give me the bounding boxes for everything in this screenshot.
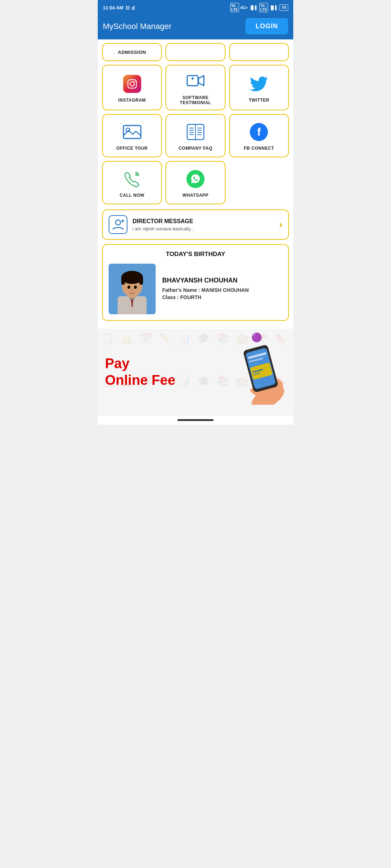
time-display: 11:04 AM [103,5,123,10]
svg-point-1 [130,82,134,86]
book-icon [186,124,205,140]
birthday-student-name: BHAVYANSH CHOUHAN [162,277,249,284]
signal-bars: ▐▌▌ [249,5,258,10]
grid-row-2: OFFICE TOUR COMPANY FAQ [102,114,289,157]
d-icon: d [132,5,135,11]
app-title: MySchool Manager [103,22,172,31]
battery-display: 79 [279,4,288,11]
instagram-button[interactable]: INSTAGRAM [102,65,162,110]
svg-point-31 [131,290,133,291]
svg-rect-3 [187,76,198,86]
signal-bars2: ▐▌▌ [269,5,278,10]
director-arrow: › [279,219,282,230]
whatsapp-icon [186,170,205,188]
home-indicator [177,419,214,421]
svg-point-18 [115,220,121,225]
app-header: MySchool Manager LOGIN [98,14,293,39]
whatsapp-label: WHATSAPP [182,193,209,198]
grid-row-1: INSTAGRAM SOFTWARE TESTIMONIAL TWITTER [102,65,289,110]
top-row: ADMISSION [102,43,289,61]
director-title: DIRECTOR MESSAGE [133,218,274,225]
twitter-icon-wrap [249,74,269,94]
svg-point-29 [127,286,130,289]
office-tour-button[interactable]: OFFICE TOUR [102,114,162,157]
birthday-content: BHAVYANSH CHOUHAN Father's Name : MANISH… [109,264,282,314]
instagram-icon [123,75,141,93]
svg-point-5 [192,77,194,80]
birthday-card: TODAY'S BIRTHDAY [102,244,289,321]
director-icon [109,215,127,234]
software-testimonial-label: SOFTWARE TESTIMONIAL [180,95,211,105]
top-item-2[interactable] [165,43,225,61]
admission-label: ADMISSION [118,50,146,55]
software-testimonial-button[interactable]: SOFTWARE TESTIMONIAL [165,65,225,110]
call-now-button[interactable]: CALL NOW [102,161,162,204]
login-button[interactable]: LOGIN [245,18,288,34]
volte-icon2: VoLTE [259,3,268,12]
birthday-class: Class : FOURTH [162,294,249,300]
person-plus-icon [112,218,125,231]
status-bar: 11:04 AM ⊡ d VoLTE 4G+ ▐▌▌ VoLTE ▐▌▌ 79 [98,0,293,14]
image-icon [123,124,142,140]
video-icon-wrap [185,71,206,92]
top-item-3[interactable] [229,43,289,61]
book-icon-wrap [185,122,206,142]
whatsapp-icon-wrap [185,169,206,189]
admission-button[interactable]: ADMISSION [102,43,162,61]
video-camera-icon [186,73,205,89]
svg-rect-0 [128,80,136,88]
banner-text: Pay Online Fee [105,356,175,388]
student-photo [109,264,156,314]
empty-cell [229,161,289,204]
phone-call-icon [123,170,141,188]
image-icon-wrap [122,122,142,142]
director-message-card[interactable]: DIRECTOR MESSAGE i am vijesh sonava basi… [102,209,289,240]
twitter-label: TWITTER [249,98,269,103]
company-faq-button[interactable]: COMPANY FAQ [165,114,225,157]
network-label: 4G+ [240,5,248,10]
facebook-icon-wrap: f [249,122,269,142]
volte-icon: VoLTE [230,3,239,12]
main-content: ADMISSION INSTAGRAM [98,39,293,329]
birthday-father-name: Father's Name : MANISH CHOUHAN [162,287,249,293]
facebook-icon: f [250,123,268,141]
pay-online-banner[interactable]: 📋🔔📅✏️📊 🎓📚🏫📌🔖 📋🔔📅✏️📊 🎓📚🏫📌🔖 Pay Online Fee… [98,329,293,416]
bottom-bar [98,416,293,425]
whatsapp-button[interactable]: WHATSAPP [165,161,225,204]
twitter-button[interactable]: TWITTER [229,65,289,110]
svg-rect-6 [123,125,141,139]
company-faq-label: COMPANY FAQ [178,146,213,151]
floating-icon: 🟣 [251,332,262,342]
birthday-info: BHAVYANSH CHOUHAN Father's Name : MANISH… [162,277,249,302]
fb-connect-label: FB CONNECT [244,146,274,151]
sim-icon: ⊡ [126,5,130,10]
instagram-label: INSTAGRAM [118,98,146,103]
office-tour-label: OFFICE TOUR [116,146,148,151]
svg-marker-4 [198,76,204,86]
instagram-icon-wrap [122,74,142,94]
svg-point-2 [134,81,135,82]
svg-rect-28 [139,277,143,285]
fb-connect-button[interactable]: f FB CONNECT [229,114,289,157]
banner-phone-graphic: 🟣 [228,340,286,405]
phone-hand-svg [228,340,286,405]
director-subtitle: i am vijesh sonava basically... [133,226,274,231]
svg-rect-27 [121,277,125,285]
director-text: DIRECTOR MESSAGE i am vijesh sonava basi… [133,218,274,231]
twitter-icon [250,76,268,92]
student-avatar-image [109,264,156,314]
birthday-section-title: TODAY'S BIRTHDAY [109,251,282,258]
phone-icon-wrap [122,169,142,189]
call-now-label: CALL NOW [119,193,144,198]
grid-row-3: CALL NOW WHATSAPP [102,161,289,204]
svg-point-30 [134,286,137,289]
